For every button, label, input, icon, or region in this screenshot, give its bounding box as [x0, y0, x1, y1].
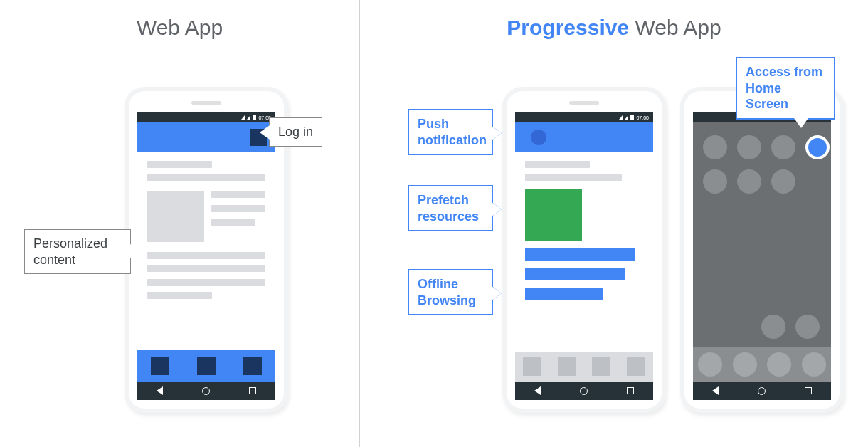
dock — [693, 347, 831, 382]
nav-item-icon — [592, 357, 610, 376]
nav-item-icon — [558, 357, 576, 376]
bottom-nav — [137, 350, 275, 382]
callout-label: Personalized content — [33, 236, 107, 267]
callout-label: Prefetch resources — [418, 193, 479, 224]
app-header — [137, 122, 275, 152]
nav-item-icon — [151, 357, 169, 375]
callout-label: Offline Browsing — [418, 277, 476, 307]
recent-icon — [805, 387, 812, 394]
home-icon — [580, 387, 588, 395]
android-nav-bar — [137, 382, 275, 400]
app-icon — [771, 169, 795, 194]
app-icon — [771, 135, 795, 159]
phone-content — [515, 122, 653, 382]
text-placeholder — [147, 252, 265, 259]
battery-icon — [253, 115, 256, 120]
dock-app-icon — [802, 352, 826, 377]
push-notification-icon — [531, 130, 546, 145]
pwa-panel: Progressive Web App 07:00 — [359, 0, 868, 447]
home-icon — [202, 387, 210, 395]
signal-icon — [619, 115, 623, 120]
nav-item-icon — [197, 357, 216, 375]
app-icon — [703, 169, 727, 194]
back-icon — [157, 386, 163, 395]
dock-app-icon — [767, 352, 791, 377]
phone-home-screen: 07:00 — [680, 87, 844, 413]
dock-app-icon — [733, 352, 757, 377]
phone-speaker-icon — [569, 101, 599, 105]
recent-icon — [627, 387, 634, 394]
phone-pwa-app: 07:00 — [502, 87, 666, 413]
phone-speaker-icon — [191, 101, 221, 105]
text-placeholder — [211, 191, 265, 198]
diagram-container: Web App 07:00 — [0, 0, 868, 447]
app-icon — [737, 169, 761, 194]
status-time: 07:00 — [636, 115, 649, 120]
app-icon — [761, 315, 785, 339]
wifi-icon — [625, 115, 628, 120]
callout-login: Log in — [269, 117, 322, 147]
prefetch-resource-icon — [525, 189, 582, 241]
callout-personalized: Personalized content — [24, 229, 131, 274]
offline-content-bar — [525, 268, 625, 280]
dock-app-icon — [698, 352, 722, 377]
offline-content-bar — [525, 288, 603, 300]
callout-home-screen: Access from Home Screen — [736, 57, 835, 120]
callout-label: Push notification — [418, 117, 487, 147]
offline-content-bar — [525, 248, 635, 261]
app-header — [515, 122, 653, 152]
text-placeholder — [147, 174, 265, 181]
text-placeholder — [525, 174, 622, 181]
callout-prefetch: Prefetch resources — [408, 185, 493, 231]
signal-icon — [241, 115, 245, 120]
status-bar: 07:00 — [515, 112, 653, 122]
wifi-icon — [247, 115, 250, 120]
app-icon — [795, 315, 820, 339]
nav-item-icon — [523, 357, 541, 376]
text-placeholder — [211, 205, 265, 212]
callout-label: Access from Home Screen — [746, 65, 822, 111]
nav-item-icon — [243, 357, 262, 375]
callout-offline: Offline Browsing — [408, 269, 493, 315]
nav-item-icon — [627, 357, 645, 376]
text-placeholder — [211, 219, 255, 226]
status-bar: 07:00 — [137, 112, 275, 122]
recent-icon — [249, 387, 256, 394]
back-icon — [712, 386, 719, 395]
back-icon — [534, 386, 541, 395]
phone-content — [137, 122, 275, 382]
app-grid — [703, 135, 830, 194]
text-placeholder — [147, 161, 212, 168]
pwa-title: Progressive Web App — [360, 0, 868, 40]
battery-icon — [630, 115, 634, 120]
callout-label: Log in — [278, 125, 313, 139]
title-accent: Progressive — [507, 16, 629, 39]
title-rest: Web App — [629, 16, 721, 39]
pwa-app-icon — [805, 135, 830, 159]
web-app-panel: Web App 07:00 — [0, 0, 359, 447]
app-icon — [703, 135, 727, 159]
bottom-nav — [515, 352, 653, 382]
android-nav-bar — [693, 382, 831, 400]
android-nav-bar — [515, 382, 653, 400]
text-placeholder — [147, 292, 212, 299]
image-placeholder — [147, 191, 204, 242]
callout-push: Push notification — [408, 109, 493, 155]
home-screen — [693, 122, 831, 382]
text-placeholder — [147, 265, 265, 272]
app-icon — [737, 135, 761, 159]
web-app-title: Web App — [0, 0, 359, 40]
text-placeholder — [525, 161, 590, 168]
text-placeholder — [147, 279, 265, 286]
home-icon — [758, 387, 766, 395]
